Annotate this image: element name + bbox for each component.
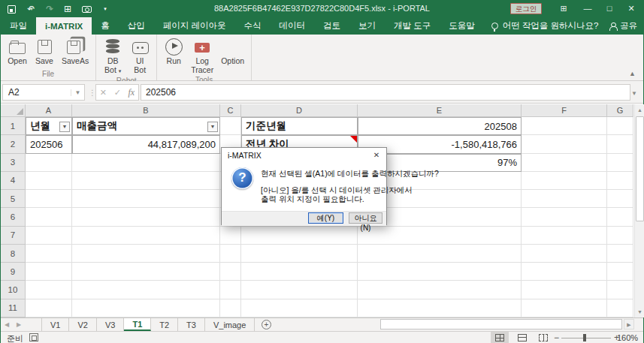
filter-dropdown-icon[interactable]: ▼ — [207, 122, 218, 132]
cell-A7[interactable] — [26, 227, 72, 245]
cell-D9[interactable] — [241, 263, 358, 281]
cell-G7[interactable] — [607, 227, 633, 245]
horizontal-scroll-thumb[interactable] — [380, 319, 622, 329]
ribbon-tab-홈[interactable]: 홈 — [92, 17, 119, 35]
option-button[interactable]: Option — [217, 35, 248, 66]
save-icon[interactable] — [5, 3, 17, 15]
zoom-out-icon[interactable]: − — [554, 332, 559, 343]
cell-A9[interactable] — [26, 263, 72, 281]
minimize-button[interactable]: — — [578, 1, 597, 17]
cell-B10[interactable] — [72, 281, 220, 299]
page-layout-view-button[interactable] — [513, 332, 531, 343]
row-header-1[interactable]: 1 — [1, 117, 26, 135]
cell-E9[interactable] — [358, 263, 522, 281]
ribbon-tab-i-MATRIX[interactable]: i-MATRIX — [36, 17, 92, 35]
scroll-right-icon[interactable]: ▶ — [624, 319, 634, 329]
log-tracer-button[interactable]: LogTracer — [187, 35, 217, 74]
cell-G8[interactable] — [607, 245, 633, 263]
cell-B2[interactable]: 44,817,089,200 — [72, 135, 220, 153]
row-header-5[interactable]: 5 — [1, 190, 26, 208]
cell-B7[interactable] — [72, 227, 220, 245]
cell-B6[interactable] — [72, 208, 220, 226]
cell-B5[interactable] — [72, 190, 220, 208]
ribbon-tab-개발 도구[interactable]: 개발 도구 — [385, 17, 440, 35]
cell-G2[interactable] — [607, 135, 633, 153]
ui-bot-button[interactable]: UIBot — [126, 35, 153, 74]
sheet-tab-V2[interactable]: V2 — [69, 318, 96, 331]
redo-icon[interactable]: ↷▾ — [43, 3, 55, 15]
share-button[interactable]: 공유 — [609, 17, 637, 35]
row-header-3[interactable]: 3 — [1, 154, 26, 172]
cell-A4[interactable] — [26, 172, 72, 190]
name-box-dropdown-icon[interactable]: ▼ — [71, 89, 84, 96]
row-header-10[interactable]: 10 — [1, 281, 26, 299]
row-header-2[interactable]: 2 — [1, 135, 26, 153]
qat-customize-icon[interactable]: ▾ — [99, 3, 111, 15]
cell-F10[interactable] — [522, 281, 607, 299]
cell-A8[interactable] — [26, 245, 72, 263]
sheet-tab-V1[interactable]: V1 — [41, 318, 69, 331]
filter-dropdown-icon[interactable]: ▼ — [59, 122, 70, 132]
dialog-close-icon[interactable]: ✕ — [370, 149, 383, 161]
save-button[interactable]: Save — [31, 35, 58, 66]
cell-F8[interactable] — [522, 245, 607, 263]
normal-view-button[interactable] — [491, 332, 509, 343]
vertical-scrollbar[interactable]: ▲ ▼ — [634, 104, 644, 317]
cell-B3[interactable] — [72, 154, 220, 172]
cell-A3[interactable] — [26, 154, 72, 172]
saveas-button[interactable]: SaveAs — [58, 35, 92, 66]
row-header-6[interactable]: 6 — [1, 208, 26, 226]
ribbon-tab-파일[interactable]: 파일 — [1, 17, 36, 35]
page-break-view-button[interactable] — [534, 332, 552, 343]
cell-D11[interactable] — [241, 299, 358, 317]
cell-A10[interactable] — [26, 281, 72, 299]
cell-G3[interactable] — [607, 154, 633, 172]
cell-G9[interactable] — [607, 263, 633, 281]
cancel-entry-icon[interactable]: ✕ — [100, 88, 107, 98]
ribbon-tab-데이터[interactable]: 데이터 — [270, 17, 314, 35]
sheet-tab-T3[interactable]: T3 — [178, 318, 205, 331]
row-header-7[interactable]: 7 — [1, 227, 26, 245]
cell-A11[interactable] — [26, 299, 72, 317]
login-button[interactable]: 로그인 — [510, 3, 542, 14]
no-button[interactable]: 아니요(N) — [349, 212, 382, 224]
cell-E7[interactable] — [358, 227, 522, 245]
cell-F3[interactable] — [522, 154, 607, 172]
sheet-tab-V3[interactable]: V3 — [97, 318, 124, 331]
cell-F7[interactable] — [522, 227, 607, 245]
collapse-ribbon-icon[interactable]: ▲ — [629, 70, 636, 77]
cell-B11[interactable] — [72, 299, 220, 317]
cell-G6[interactable] — [607, 208, 633, 226]
cell-C8[interactable] — [220, 245, 241, 263]
column-header-B[interactable]: B — [72, 104, 220, 117]
column-header-C[interactable]: C — [220, 104, 241, 117]
cell-C7[interactable] — [220, 227, 241, 245]
row-header-9[interactable]: 9 — [1, 263, 26, 281]
cell-A1[interactable]: 년월▼ — [26, 117, 72, 135]
cell-E11[interactable] — [358, 299, 522, 317]
ribbon-tab-보기[interactable]: 보기 — [349, 17, 385, 35]
cell-D1[interactable]: 기준년월 — [241, 117, 358, 135]
cell-G11[interactable] — [607, 299, 633, 317]
cell-G10[interactable] — [607, 281, 633, 299]
insert-function-icon[interactable]: fx — [128, 87, 135, 98]
column-header-G[interactable]: G — [607, 104, 633, 117]
cell-F6[interactable] — [522, 208, 607, 226]
sheet-tab-T2[interactable]: T2 — [151, 318, 178, 331]
maximize-button[interactable]: □ — [600, 1, 619, 17]
macro-record-icon[interactable] — [29, 333, 38, 341]
cell-C1[interactable] — [220, 117, 241, 135]
ribbon-tab-수식[interactable]: 수식 — [234, 17, 270, 35]
cell-G4[interactable] — [607, 172, 633, 190]
cell-C10[interactable] — [220, 281, 241, 299]
ribbon-tab-검토[interactable]: 검토 — [314, 17, 349, 35]
cell-D8[interactable] — [241, 245, 358, 263]
cell-F2[interactable] — [522, 135, 607, 153]
name-box[interactable]: A2 ▼ — [2, 84, 85, 101]
cell-F5[interactable] — [522, 190, 607, 208]
expand-formula-bar-icon[interactable]: ▼ — [631, 90, 637, 97]
cell-A5[interactable] — [26, 190, 72, 208]
cell-A6[interactable] — [26, 208, 72, 226]
cell-C11[interactable] — [220, 299, 241, 317]
undo-icon[interactable]: ↶▾ — [24, 3, 36, 15]
